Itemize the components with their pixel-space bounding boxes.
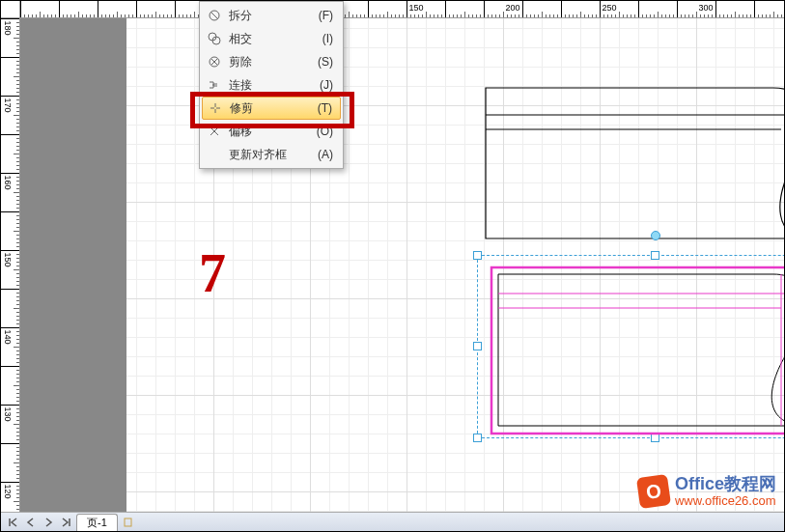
menu-item-icon <box>206 53 223 70</box>
status-bar: 页-1 <box>1 512 784 531</box>
menu-item-shortcut: (J) <box>320 78 333 92</box>
menu-item-icon <box>206 30 223 47</box>
menu-item-shortcut: (F) <box>319 9 333 22</box>
menu-item-label: 连接 <box>229 77 320 94</box>
menu-item-label: 偏移 <box>229 124 317 140</box>
menu-item-icon <box>206 146 223 163</box>
shape-book-bottom-selected[interactable] <box>484 260 784 443</box>
page-tab[interactable]: 页-1 <box>76 514 118 531</box>
svg-rect-2 <box>491 267 784 434</box>
menu-item-shortcut: (I) <box>322 32 333 45</box>
menu-item-icon <box>206 123 223 140</box>
tutorial-step-number: 7 <box>199 242 226 304</box>
resize-handle-w[interactable] <box>473 342 482 350</box>
vertical-ruler: 180170160150140130120 <box>1 18 20 512</box>
watermark-url: www.office26.com <box>675 494 776 508</box>
add-page-icon[interactable] <box>121 515 136 530</box>
menu-item-6[interactable]: 更新对齐框(A) <box>202 143 341 166</box>
rotate-handle[interactable] <box>651 231 660 240</box>
watermark: O Office教程网 www.office26.com <box>638 475 776 508</box>
horizontal-ruler: 50100150200250300 <box>20 1 784 18</box>
svg-line-7 <box>210 12 218 19</box>
menu-item-shortcut: (S) <box>318 55 333 69</box>
menu-item-label: 更新对齐框 <box>229 147 318 163</box>
nav-next-icon[interactable] <box>41 515 56 530</box>
menu-item-5[interactable]: 偏移(O) <box>202 120 341 143</box>
menu-item-label: 剪除 <box>229 54 318 70</box>
resize-handle-sw[interactable] <box>473 434 482 442</box>
context-menu: 拆分(F)相交(I)剪除(S)连接(J)修剪(T)偏移(O)更新对齐框(A) <box>199 1 344 169</box>
menu-item-0[interactable]: 拆分(F) <box>202 4 341 27</box>
menu-item-3[interactable]: 连接(J) <box>202 73 341 97</box>
menu-item-1[interactable]: 相交(I) <box>202 27 341 50</box>
ruler-corner <box>1 1 20 18</box>
menu-item-icon <box>206 7 223 24</box>
menu-item-icon <box>206 76 223 94</box>
nav-prev-icon[interactable] <box>23 515 39 530</box>
svg-rect-11 <box>125 518 131 526</box>
canvas-area[interactable] <box>20 18 784 512</box>
menu-item-icon <box>207 99 224 117</box>
menu-item-label: 相交 <box>229 31 322 47</box>
nav-last-icon[interactable] <box>58 515 73 530</box>
menu-item-shortcut: (A) <box>318 148 333 161</box>
watermark-title: Office教程网 <box>675 475 776 494</box>
shape-book-top[interactable] <box>484 86 784 240</box>
menu-item-2[interactable]: 剪除(S) <box>202 50 341 73</box>
menu-item-shortcut: (T) <box>318 101 332 115</box>
nav-first-icon[interactable] <box>6 515 21 530</box>
resize-handle-nw[interactable] <box>473 251 482 260</box>
watermark-logo-icon: O <box>636 474 671 509</box>
menu-item-shortcut: (O) <box>317 125 333 138</box>
menu-item-label: 拆分 <box>229 8 319 24</box>
menu-item-label: 修剪 <box>230 100 318 117</box>
menu-item-4[interactable]: 修剪(T) <box>202 97 341 120</box>
resize-handle-n[interactable] <box>651 251 659 260</box>
